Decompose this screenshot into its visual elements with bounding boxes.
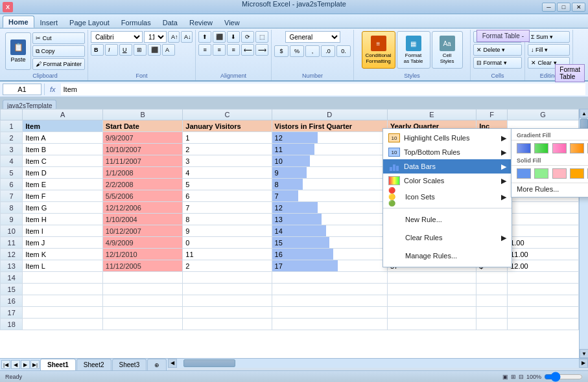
format-cells-button[interactable]: ⊟ Format ▾ <box>473 57 522 69</box>
tab-review[interactable]: Review <box>183 16 218 28</box>
currency-btn[interactable]: $ <box>274 45 288 57</box>
cell-b5[interactable]: 1/1/2008 <box>102 167 183 179</box>
cell-a2[interactable]: Item A <box>23 132 103 144</box>
conditional-formatting-button[interactable]: ≡ ConditionalFormatting <box>362 31 395 69</box>
sheet-prev-btn[interactable]: ◀ <box>11 360 20 369</box>
cell-c11[interactable]: 0 <box>183 237 272 249</box>
cell-g11[interactable]: 1.00 <box>508 237 579 249</box>
cell-c13[interactable]: 2 <box>183 260 272 272</box>
top-align-btn[interactable]: ⬆ <box>198 31 211 43</box>
cell-b11[interactable]: 4/9/2009 <box>102 237 183 249</box>
cell-d1[interactable]: Vistors in First Quarter <box>272 120 387 132</box>
cell-d12[interactable]: 16 <box>272 249 387 260</box>
menu-icon-sets[interactable]: 🔴🟡🟢 Icon Sets ▶ <box>383 188 512 206</box>
middle-align-btn[interactable]: ⬛ <box>213 31 226 43</box>
cell-g9[interactable] <box>508 214 579 225</box>
percent-btn[interactable]: % <box>290 45 304 57</box>
cell-a1[interactable]: Item <box>23 120 103 132</box>
wrap-text-btn[interactable]: ⟳ <box>241 31 254 43</box>
cell-d5[interactable]: 9 <box>272 167 387 179</box>
font-size-select[interactable]: 11 <box>144 31 167 43</box>
underline-btn[interactable]: U <box>119 44 132 56</box>
col-header-a[interactable]: A <box>23 109 103 120</box>
col-header-f[interactable]: F <box>476 109 508 120</box>
cell-b7[interactable]: 5/5/2006 <box>102 190 183 202</box>
cell-c7[interactable]: 6 <box>183 190 272 202</box>
col-header-g[interactable]: G <box>508 109 579 120</box>
cell-c12[interactable]: 11 <box>183 249 272 260</box>
format-painter-button[interactable]: 🖌 Format Painter <box>32 58 85 70</box>
menu-top-bottom[interactable]: 10 Top/Bottom Rules ▶ <box>383 145 512 159</box>
format-table-btn[interactable]: FormatTable <box>555 64 585 82</box>
cell-d4[interactable]: 10 <box>272 155 387 167</box>
menu-data-bars[interactable]: Data Bars ▶ <box>383 159 512 174</box>
fill-button[interactable]: ↓ Fill ▾ <box>528 44 570 56</box>
sheet-next-btn[interactable]: ▶ <box>21 360 30 369</box>
cell-g12[interactable]: 11.00 <box>508 249 579 260</box>
swatch-solid-pink[interactable] <box>552 168 567 179</box>
scroll-up-btn[interactable]: ▲ <box>580 109 588 118</box>
more-rules-button[interactable]: More Rules... <box>512 183 588 195</box>
cell-a7[interactable]: Item F <box>23 190 103 202</box>
tab-home[interactable]: Home <box>3 16 34 28</box>
cell-c4[interactable]: 3 <box>183 155 272 167</box>
col-header-b[interactable]: B <box>102 109 183 120</box>
swatch-solid-orange[interactable] <box>570 168 584 179</box>
increase-font-btn[interactable]: A↑ <box>168 31 180 43</box>
swatch-solid-green[interactable] <box>534 168 548 179</box>
font-name-select[interactable]: Calibri <box>91 31 143 43</box>
font-color-btn[interactable]: A <box>162 44 175 56</box>
cell-c10[interactable]: 9 <box>183 225 272 237</box>
cell-c2[interactable]: 1 <box>183 132 272 144</box>
comma-btn[interactable]: , <box>305 45 320 57</box>
cell-d13[interactable]: 17 <box>272 260 387 272</box>
tab-data[interactable]: Data <box>157 16 183 28</box>
cell-a8[interactable]: Item G <box>23 202 103 214</box>
sheet-last-btn[interactable]: ▶| <box>30 360 40 369</box>
delete-cells-button[interactable]: ✕ Delete ▾ <box>473 44 522 56</box>
cell-a13[interactable]: Item L <box>23 260 103 272</box>
sum-button[interactable]: Σ Sum ▾ <box>528 31 570 43</box>
menu-new-rule[interactable]: New Rule... <box>383 210 512 229</box>
formula-input[interactable] <box>61 84 585 95</box>
cell-b6[interactable]: 2/2/2008 <box>102 179 183 190</box>
border-btn[interactable]: ⊞ <box>134 44 147 56</box>
swatch-green[interactable] <box>534 143 548 153</box>
bottom-align-btn[interactable]: ⬇ <box>227 31 240 43</box>
cell-a6[interactable]: Item E <box>23 179 103 190</box>
cell-b1[interactable]: Start Date <box>102 120 183 132</box>
cell-b12[interactable]: 12/1/2010 <box>102 249 183 260</box>
cell-b2[interactable]: 9/9/2007 <box>102 132 183 144</box>
scroll-left-btn[interactable]: ◀ <box>168 359 177 368</box>
sheet-tab-3[interactable]: Sheet3 <box>112 359 147 370</box>
format-as-table-button[interactable]: ▦ Formatas Table <box>397 31 430 69</box>
page-layout-btn[interactable]: ⊞ <box>511 374 516 380</box>
cell-d9[interactable]: 13 <box>272 214 387 225</box>
cell-d6[interactable]: 8 <box>272 179 387 190</box>
cell-d3[interactable]: 11 <box>272 144 387 155</box>
copy-button[interactable]: ⧉ Copy <box>32 45 85 57</box>
cell-g13[interactable]: 12.00 <box>508 260 579 272</box>
minimize-btn[interactable]: ─ <box>542 3 556 12</box>
cell-d7[interactable]: 7 <box>272 190 387 202</box>
restore-btn[interactable]: □ <box>557 3 570 12</box>
cell-a3[interactable]: Item B <box>23 144 103 155</box>
tab-view[interactable]: View <box>218 16 246 28</box>
sheet-first-btn[interactable]: |◀ <box>1 360 10 369</box>
cell-c3[interactable]: 2 <box>183 144 272 155</box>
cut-button[interactable]: ✂ Cut <box>32 32 85 44</box>
menu-clear-rules[interactable]: Clear Rules ▶ <box>383 229 512 247</box>
swatch-solid-blue[interactable] <box>517 168 531 179</box>
sheet-tab-1[interactable]: Sheet1 <box>40 359 76 370</box>
cell-a10[interactable]: Item I <box>23 225 103 237</box>
scroll-h-track[interactable] <box>177 359 579 368</box>
swatch-orange[interactable] <box>570 143 584 153</box>
tab-page-layout[interactable]: Page Layout <box>64 16 115 28</box>
page-break-btn[interactable]: ⊟ <box>519 374 524 380</box>
cell-b10[interactable]: 10/12/2007 <box>102 225 183 237</box>
cell-b3[interactable]: 10/10/2007 <box>102 144 183 155</box>
cell-c9[interactable]: 8 <box>183 214 272 225</box>
sheet-tab-new[interactable]: ⊕ <box>147 359 167 370</box>
align-center-btn[interactable]: ≡ <box>213 44 226 56</box>
bold-btn[interactable]: B <box>91 44 104 56</box>
